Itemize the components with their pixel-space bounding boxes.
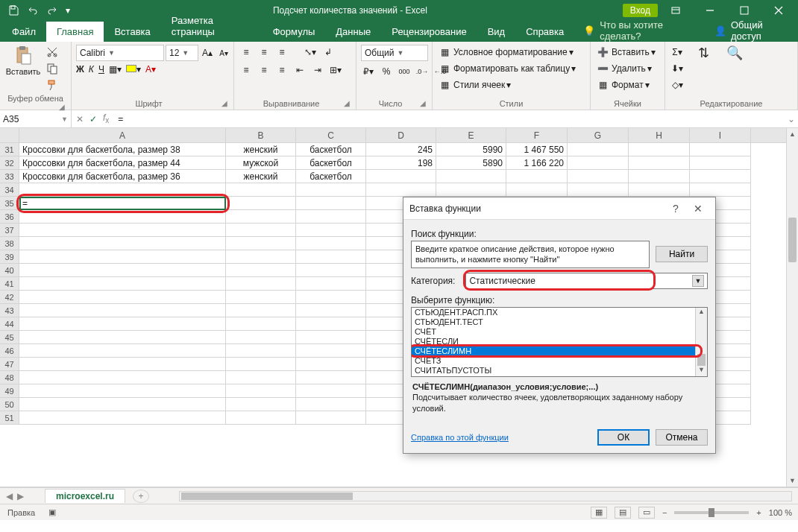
increase-decimal-icon[interactable]: .0→	[415, 64, 430, 79]
row-header[interactable]: 32	[0, 156, 19, 170]
font-size-input[interactable]: 12▼	[166, 45, 198, 61]
decrease-font-icon[interactable]: A▾	[216, 45, 231, 60]
save-icon[interactable]	[4, 2, 22, 19]
cell[interactable]	[296, 210, 366, 224]
cell[interactable]: женский	[226, 170, 296, 183]
sheet-next-icon[interactable]: ▶	[17, 491, 24, 501]
autosum-icon[interactable]: Σ▾	[670, 45, 685, 60]
horizontal-scrollbar[interactable]	[179, 491, 792, 501]
row-header[interactable]: 49	[0, 384, 19, 398]
cell[interactable]	[568, 143, 629, 156]
zoom-in-icon[interactable]: +	[756, 508, 761, 517]
row-header[interactable]: 46	[0, 344, 19, 358]
sort-filter-button[interactable]: ⇅	[691, 45, 716, 61]
cell[interactable]: 1 467 550	[506, 143, 568, 156]
cell[interactable]	[296, 197, 366, 210]
enter-formula-icon[interactable]: ✓	[89, 114, 97, 124]
cell[interactable]	[226, 398, 296, 411]
percent-icon[interactable]: %	[379, 64, 394, 79]
dialog-help-icon[interactable]: ?	[665, 203, 687, 215]
delete-cells-button[interactable]: ➖Удалить ▾	[595, 61, 652, 76]
cell[interactable]	[19, 371, 226, 384]
cell[interactable]	[19, 411, 226, 425]
select-all-corner[interactable]	[0, 128, 19, 142]
row-header[interactable]: 44	[0, 317, 19, 331]
cell[interactable]	[19, 304, 226, 317]
cell[interactable]	[226, 291, 296, 304]
formula-input[interactable]: =	[113, 110, 785, 127]
cell[interactable]: Кроссовки для баскетбола, размер 38	[19, 143, 226, 156]
page-break-view-icon[interactable]: ▭	[638, 507, 655, 519]
column-header[interactable]: B	[226, 128, 296, 142]
cell[interactable]	[296, 411, 366, 425]
cell[interactable]	[296, 344, 366, 358]
row-header[interactable]: 48	[0, 371, 19, 384]
cell[interactable]: 5890	[436, 156, 506, 170]
font-name-input[interactable]: Calibri▼	[76, 45, 164, 61]
number-format-select[interactable]: Общий▼	[361, 45, 428, 61]
cell[interactable]: баскетбол	[296, 170, 366, 183]
cell[interactable]	[226, 317, 296, 331]
font-color-icon[interactable]: A▾	[145, 64, 156, 75]
tab-home[interactable]: Главная	[46, 22, 104, 42]
cell[interactable]	[296, 224, 366, 237]
cell[interactable]	[366, 170, 436, 183]
column-header[interactable]: C	[296, 128, 366, 142]
cell-styles-button[interactable]: ▦Стили ячеек ▾	[437, 77, 511, 92]
cell[interactable]: баскетбол	[296, 143, 366, 156]
cell[interactable]	[296, 331, 366, 344]
close-icon[interactable]	[762, 0, 795, 21]
cell[interactable]	[629, 170, 690, 183]
cell[interactable]	[296, 398, 366, 411]
list-item[interactable]: СЧЁТЗ	[412, 356, 707, 366]
row-header[interactable]: 35	[0, 197, 19, 210]
cell[interactable]	[690, 156, 751, 170]
find-select-button[interactable]: 🔍	[722, 45, 747, 61]
cell[interactable]	[226, 411, 296, 425]
row-header[interactable]: 41	[0, 277, 19, 291]
cell[interactable]	[296, 237, 366, 250]
tell-me[interactable]: 💡 Что вы хотите сделать?	[574, 19, 706, 42]
borders-icon[interactable]: ▦▾	[109, 64, 122, 75]
tab-view[interactable]: Вид	[477, 22, 516, 42]
cell[interactable]	[226, 210, 296, 224]
redo-icon[interactable]	[43, 2, 61, 19]
align-right-icon[interactable]: ≡	[274, 63, 289, 77]
column-header[interactable]: H	[629, 128, 690, 142]
scroll-down-icon[interactable]: ▼	[787, 475, 798, 487]
row-header[interactable]: 47	[0, 358, 19, 371]
copy-icon[interactable]	[45, 61, 60, 76]
search-function-input[interactable]: Введите краткое описание действия, котор…	[411, 241, 650, 268]
cell[interactable]	[506, 183, 568, 197]
list-item[interactable]: СЧИТАТЬПУСТОТЫ	[412, 366, 707, 376]
underline-button[interactable]: Ч	[98, 64, 104, 75]
cell[interactable]	[296, 358, 366, 371]
cell[interactable]	[19, 344, 226, 358]
column-header[interactable]: D	[366, 128, 436, 142]
column-header[interactable]: E	[436, 128, 506, 142]
bold-button[interactable]: Ж	[76, 64, 84, 75]
cell[interactable]	[296, 250, 366, 264]
cell[interactable]	[226, 384, 296, 398]
ok-button[interactable]: ОК	[597, 429, 650, 446]
undo-icon[interactable]	[24, 2, 42, 19]
scrollbar-thumb[interactable]	[181, 493, 353, 500]
format-painter-icon[interactable]	[45, 77, 60, 92]
cell[interactable]	[568, 183, 629, 197]
cell[interactable]	[296, 371, 366, 384]
row-header[interactable]: 43	[0, 304, 19, 317]
cancel-button[interactable]: Отмена	[656, 429, 708, 446]
list-item[interactable]: СЧЁТЕСЛИ	[412, 337, 707, 346]
function-listbox[interactable]: СТЬЮДЕНТ.РАСП.ПХСТЬЮДЕНТ.ТЕСТСЧЁТСЧЁТЕСЛ…	[411, 307, 708, 377]
find-button[interactable]: Найти	[656, 246, 708, 262]
cell[interactable]: женский	[226, 143, 296, 156]
merge-center-icon[interactable]: ⊞▾	[328, 63, 343, 77]
row-header[interactable]: 36	[0, 210, 19, 224]
list-item[interactable]: СЧЁТЕСЛИМН	[412, 346, 707, 356]
align-left-icon[interactable]: ≡	[239, 63, 254, 77]
cell[interactable]	[296, 304, 366, 317]
row-header[interactable]: 39	[0, 250, 19, 264]
cell[interactable]: 198	[366, 156, 436, 170]
cell[interactable]: =	[19, 197, 226, 210]
conditional-format-button[interactable]: ▦Условное форматирование ▾	[437, 45, 574, 60]
